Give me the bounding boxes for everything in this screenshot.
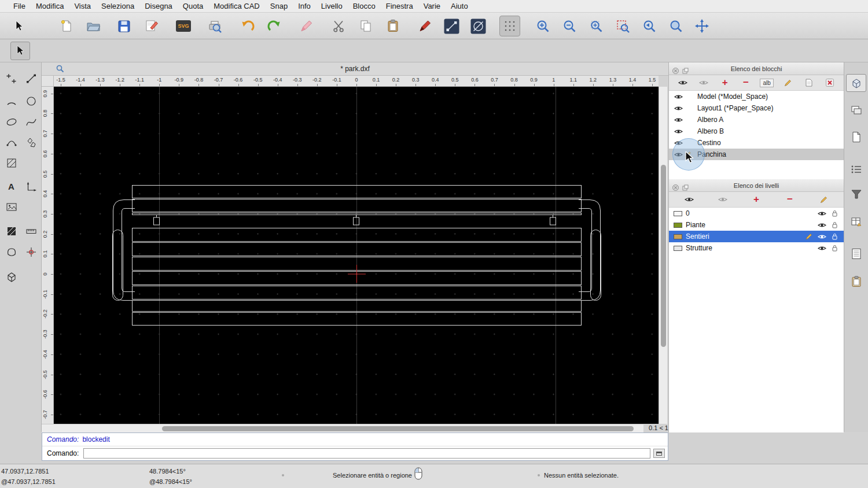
menu-aiuto[interactable]: Aiuto	[446, 2, 473, 10]
menu-seleziona[interactable]: Seleziona	[96, 2, 139, 10]
zoom-in-button[interactable]	[532, 16, 553, 36]
block-row[interactable]: Model (*Model_Space)	[669, 91, 844, 102]
arc-tool-button[interactable]	[3, 93, 20, 109]
draw-pen-button[interactable]	[414, 16, 435, 36]
eye-icon[interactable]	[674, 151, 683, 158]
show-all-layers-button[interactable]	[681, 194, 698, 205]
modify-layer-button[interactable]	[815, 194, 832, 205]
block-row[interactable]: Albero B	[669, 125, 844, 137]
edit-block-button[interactable]	[800, 77, 818, 88]
layer-row[interactable]: Strutture	[669, 242, 844, 254]
menu-disegna[interactable]: Disegna	[139, 2, 178, 10]
menu-modifica-cad[interactable]: Modifica CAD	[208, 2, 264, 10]
edit-drawing-preferences-button[interactable]	[141, 16, 162, 36]
print-preview-button[interactable]	[205, 16, 226, 36]
lock-icon[interactable]	[832, 245, 837, 252]
eye-icon[interactable]	[818, 245, 826, 252]
command-options-button[interactable]	[653, 449, 665, 458]
zoom-selection-button[interactable]	[612, 16, 633, 36]
lock-icon[interactable]	[832, 221, 837, 228]
layer-color-swatch[interactable]	[674, 234, 682, 239]
polygon-tool-button[interactable]	[23, 134, 39, 150]
paste-button[interactable]	[382, 16, 403, 36]
view-list-toggle[interactable]	[846, 245, 866, 263]
vertical-scroll-thumb[interactable]	[661, 165, 666, 347]
close-panel-icon[interactable]	[672, 65, 679, 78]
shape-tool-button[interactable]	[3, 243, 20, 260]
rename-block-button[interactable]	[779, 77, 796, 88]
layer-row[interactable]: 0	[669, 208, 844, 219]
detach-panel-icon[interactable]	[682, 182, 689, 195]
point-tool-button[interactable]	[3, 70, 20, 87]
menu-livello[interactable]: Livello	[316, 2, 348, 10]
isometric-tool-button[interactable]	[3, 268, 20, 285]
hatch-tool-button[interactable]	[3, 154, 20, 171]
remove-layer-button[interactable]: −	[781, 194, 799, 205]
eye-icon[interactable]	[818, 222, 826, 228]
new-file-button[interactable]	[56, 16, 77, 36]
zoom-out-button[interactable]	[559, 16, 580, 36]
snap-tool-button[interactable]	[23, 243, 39, 260]
purge-block-button[interactable]	[821, 77, 838, 88]
menu-blocco[interactable]: Blocco	[348, 2, 381, 10]
open-file-button[interactable]	[83, 16, 104, 36]
lock-icon[interactable]	[832, 233, 837, 240]
polyline-tool-button[interactable]	[3, 134, 20, 150]
circle-tool-button[interactable]	[468, 16, 488, 36]
block-row[interactable]: Layout1 (*Paper_Space)	[669, 102, 844, 114]
measure-tool-button[interactable]	[23, 223, 39, 239]
block-panel-toggle[interactable]	[846, 74, 866, 92]
layer-row[interactable]: Sentieri	[669, 231, 844, 242]
eye-icon[interactable]	[674, 140, 683, 146]
eye-icon[interactable]	[674, 94, 683, 100]
library-panel-toggle[interactable]	[846, 128, 866, 146]
layer-color-swatch[interactable]	[674, 223, 682, 228]
command-input[interactable]	[83, 448, 650, 459]
menu-modifica[interactable]: Modifica	[31, 2, 69, 10]
line-tool-palette-button[interactable]	[23, 70, 39, 87]
selection-filter-toggle[interactable]	[846, 185, 866, 203]
block-row[interactable]: Panchina	[669, 149, 844, 160]
selection-mode-button[interactable]	[10, 42, 30, 60]
horizontal-scroll-thumb[interactable]	[162, 426, 634, 431]
select-tool-button[interactable]	[9, 16, 30, 36]
clipboard-panel-toggle[interactable]	[846, 272, 866, 290]
menu-quota[interactable]: Quota	[178, 2, 208, 10]
remove-block-button[interactable]: −	[737, 77, 755, 88]
horizontal-scrollbar[interactable]	[42, 424, 643, 432]
layer-color-swatch[interactable]	[674, 211, 682, 216]
spline-tool-button[interactable]	[23, 113, 39, 130]
block-row[interactable]: Cestino	[669, 137, 844, 149]
redo-button[interactable]	[264, 16, 285, 36]
add-layer-button[interactable]: +	[748, 194, 765, 205]
block-row[interactable]: Albero A	[669, 114, 844, 125]
eye-icon[interactable]	[818, 210, 826, 217]
eye-icon[interactable]	[674, 105, 683, 112]
detach-panel-icon[interactable]	[682, 65, 689, 78]
solid-fill-tool-button[interactable]	[3, 223, 20, 239]
eye-icon[interactable]	[674, 128, 683, 135]
show-all-blocks-button[interactable]	[674, 77, 692, 88]
layer-color-swatch[interactable]	[674, 246, 682, 251]
hide-all-blocks-button[interactable]	[695, 77, 712, 88]
drawing-canvas[interactable]	[54, 87, 659, 424]
zoom-auto-button[interactable]	[586, 16, 606, 36]
save-file-button[interactable]	[113, 16, 134, 36]
add-block-button[interactable]: +	[716, 77, 734, 88]
vertical-scrollbar[interactable]	[659, 87, 667, 424]
menu-info[interactable]: Info	[293, 2, 316, 10]
undo-button[interactable]	[237, 16, 258, 36]
ellipse-tool-button[interactable]	[3, 113, 20, 130]
layer-row[interactable]: Piante	[669, 219, 844, 231]
zoom-window-button[interactable]	[665, 16, 686, 36]
eye-icon[interactable]	[674, 117, 683, 123]
list-panel-toggle[interactable]	[846, 160, 866, 178]
lock-icon[interactable]	[832, 210, 837, 217]
grid-toggle-button[interactable]	[499, 16, 520, 36]
zoom-previous-button[interactable]	[639, 16, 660, 36]
menu-varie[interactable]: Varie	[418, 2, 446, 10]
cut-button[interactable]	[328, 16, 349, 36]
menu-finestra[interactable]: Finestra	[381, 2, 418, 10]
property-editor-toggle[interactable]	[846, 213, 866, 231]
close-panel-icon[interactable]	[672, 182, 679, 195]
